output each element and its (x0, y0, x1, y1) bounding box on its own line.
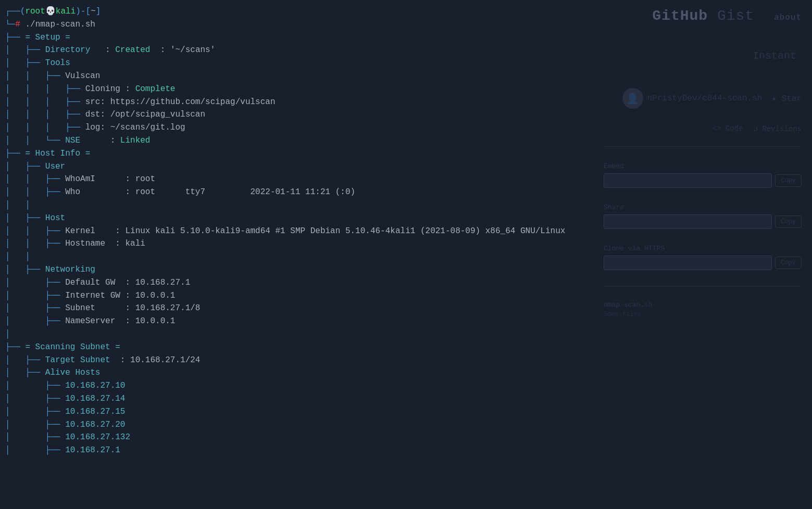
alive-host-5: │ ├── 10.168.27.132 (5, 431, 812, 444)
setup-header: ├── = Setup = (5, 31, 812, 44)
scanning-alive: │ ├── Alive Hosts (5, 366, 812, 379)
setup-src: │ │ │ ├── src: https://github.com/scipag… (5, 96, 812, 109)
setup-cloning: │ │ │ ├── Cloning : Complete (5, 83, 812, 96)
prompt-line: ┌──(root💀kali)-[~] (5, 5, 812, 18)
alive-host-1: │ ├── 10.168.27.10 (5, 379, 812, 392)
hostinfo-subnet: │ ├── Subnet : 10.168.27.1/8 (5, 302, 812, 315)
setup-directory: │ ├── Directory : Created : '~/scans' (5, 44, 812, 57)
scanning-target: │ ├── Target Subnet : 10.168.27.1/24 (5, 354, 812, 367)
hostinfo-who: │ │ ├── Who : root tty7 2022-01-11 11:21… (5, 186, 812, 199)
hostinfo-spacer2: │ │ (5, 250, 812, 263)
alive-host-6: │ ├── 10.168.27.1 (5, 444, 812, 457)
command-line: └─# ./nmap-scan.sh (5, 18, 812, 31)
hostinfo-whoami: │ │ ├── WhoAmI : root (5, 173, 812, 186)
hostinfo-header: ├── = Host Info = (5, 147, 812, 160)
setup-log: │ │ │ ├── log: ~/scans/git.log (5, 121, 812, 134)
hostinfo-nameserver: │ ├── NameServer : 10.0.0.1 (5, 315, 812, 328)
alive-host-4: │ ├── 10.168.27.20 (5, 418, 812, 431)
terminal: ┌──(root💀kali)-[~] └─# ./nmap-scan.sh ├─… (0, 0, 812, 509)
hostinfo-spacer3: │ (5, 328, 812, 341)
scanning-header: ├── = Scanning Subnet = (5, 341, 812, 354)
hostinfo-host: │ ├── Host (5, 212, 812, 225)
command-text: ./nmap-scan.sh (25, 20, 95, 29)
setup-nse: │ │ └── NSE : Linked (5, 134, 812, 147)
hostinfo-internetgw: │ ├── Internet GW : 10.0.0.1 (5, 289, 812, 302)
hostinfo-spacer1: │ │ (5, 199, 812, 212)
hostinfo-kernel: │ │ ├── Kernel : Linux kali 5.10.0-kali9… (5, 225, 812, 238)
hostinfo-user: │ ├── User (5, 160, 812, 173)
hostinfo-networking: │ ├── Networking (5, 263, 812, 276)
skull-icon: 💀 (45, 7, 56, 16)
alive-host-3: │ ├── 10.168.27.15 (5, 405, 812, 418)
setup-vulscan: │ │ ├── Vulscan (5, 70, 812, 83)
setup-tools: │ ├── Tools (5, 57, 812, 70)
setup-dst: │ │ │ ├── dst: /opt/scipag_vulscan (5, 108, 812, 121)
hostinfo-defaultgw: │ ├── Default GW : 10.168.27.1 (5, 276, 812, 289)
alive-host-2: │ ├── 10.168.27.14 (5, 392, 812, 405)
prompt-user: root (25, 7, 45, 16)
prompt-host: kali (56, 7, 76, 16)
hostinfo-hostname: │ │ ├── Hostname : kali (5, 237, 812, 250)
